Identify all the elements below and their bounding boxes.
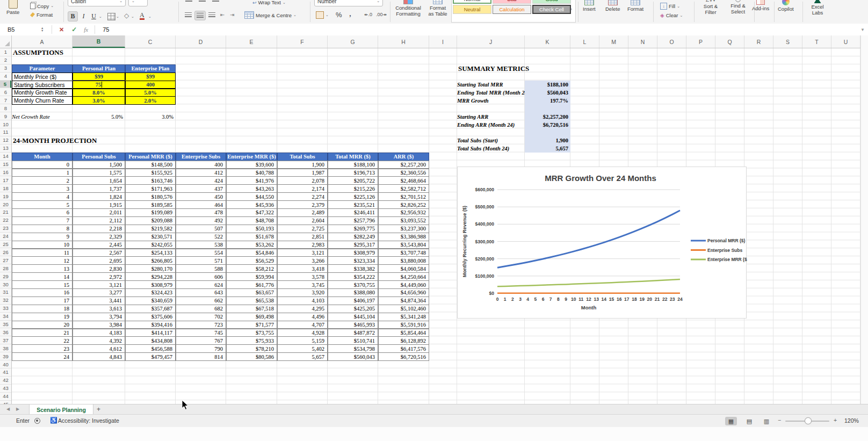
cell-E27[interactable]: $56,529	[226, 256, 277, 265]
cell-C29[interactable]: $294,228	[125, 272, 176, 281]
cell-A30[interactable]: 15	[12, 280, 73, 289]
sheet-grid[interactable]: ParameterPersonal PlanEnterprise PlanMon…	[12, 48, 860, 404]
summary-value-5[interactable]: $188,100	[525, 81, 570, 89]
cell-G24[interactable]: $282,249	[328, 233, 378, 241]
row-header-12[interactable]: 12	[0, 136, 11, 144]
style-neutral[interactable]: Neutral	[453, 5, 491, 14]
cell-D20[interactable]: 464	[176, 200, 226, 209]
increase-indent-icon[interactable]: ⇥	[230, 12, 234, 18]
cell-A18[interactable]: 3	[12, 184, 73, 193]
cell-H17[interactable]: $2,468,664	[378, 176, 429, 185]
column-header-C[interactable]: C	[125, 35, 176, 48]
cell-D24[interactable]: 522	[176, 233, 226, 241]
projection-header-5[interactable]: Total Subs	[277, 153, 328, 161]
row-header-4[interactable]: 4	[0, 73, 11, 81]
cell-B29[interactable]: 2,972	[73, 272, 125, 281]
cell-A29[interactable]: 14	[12, 272, 73, 281]
cell-B24[interactable]: 2,329	[73, 233, 125, 241]
mrr-chart[interactable]: $0$100,000$200,000$300,000$400,000$500,0…	[457, 167, 747, 319]
projection-header-7[interactable]: ARR ($)	[378, 153, 429, 161]
row-header-28[interactable]: 28	[0, 264, 11, 272]
column-header-A[interactable]: A	[12, 35, 73, 48]
paste-button[interactable]: Paste	[6, 0, 19, 15]
cell-B31[interactable]: 3,277	[73, 288, 125, 297]
summary-value-12[interactable]: 1,900	[525, 136, 570, 145]
cell-C23[interactable]: $219,582	[125, 225, 176, 233]
cell-B20[interactable]: 1,915	[73, 200, 125, 209]
cell-F27[interactable]: 3,266	[277, 256, 328, 265]
align-right-icon[interactable]	[208, 12, 215, 17]
cell-F37[interactable]: 5,159	[277, 336, 328, 345]
cell-C15[interactable]: $148,500	[125, 161, 176, 169]
cell-F28[interactable]: 3,418	[277, 264, 328, 273]
cell-A15[interactable]: 0	[12, 161, 73, 169]
row-header-9[interactable]: 9	[0, 112, 11, 120]
summary-label-6[interactable]: Ending Total MRR (Month 24)	[457, 89, 525, 97]
cell-C38[interactable]: $456,588	[125, 344, 176, 353]
column-header-E[interactable]: E	[226, 35, 277, 48]
projection-header-1[interactable]: Personal Subs	[73, 153, 125, 161]
cell-H28[interactable]: $4,060,584	[378, 264, 429, 273]
row-header-34[interactable]: 34	[0, 313, 11, 321]
cell-F24[interactable]: 2,851	[277, 233, 328, 241]
cell-C36[interactable]: $414,117	[125, 329, 176, 337]
cell-B34[interactable]: 3,794	[73, 313, 125, 321]
cell-G23[interactable]: $269,775	[328, 225, 378, 233]
cell-G35[interactable]: $465,993	[328, 321, 378, 329]
cell-B25[interactable]: 2,445	[73, 241, 125, 249]
cell-B33[interactable]: 3,613	[73, 305, 125, 313]
cell-B32[interactable]: 3,441	[73, 297, 125, 305]
style-calculation[interactable]: Calculation	[493, 5, 531, 14]
summary-label-13[interactable]: Total Subs (Month 24)	[457, 144, 525, 153]
column-header-F[interactable]: F	[277, 35, 328, 48]
cell-E19[interactable]: $44,550	[226, 192, 277, 201]
cell-C28[interactable]: $280,170	[125, 264, 176, 273]
cell-H18[interactable]: $2,582,712	[378, 184, 429, 193]
page-layout-view-icon[interactable]: ▤	[743, 417, 755, 425]
column-header-O[interactable]: O	[657, 35, 686, 48]
cell-A21[interactable]: 6	[12, 208, 73, 217]
row-header-14[interactable]: 14	[0, 153, 11, 161]
cell-C16[interactable]: $155,925	[125, 169, 176, 177]
cell-A34[interactable]: 19	[12, 313, 73, 321]
cell-B35[interactable]: 3,984	[73, 321, 125, 329]
row-header-31[interactable]: 31	[0, 288, 11, 297]
chevron-down-icon[interactable]: ⌄	[99, 15, 102, 19]
cell-C9[interactable]: 3.0%	[125, 112, 176, 121]
row-header-44[interactable]: 44	[0, 393, 11, 401]
vertical-align-icons[interactable]	[185, 0, 234, 2]
cell-C26[interactable]: $254,133	[125, 249, 176, 257]
page-break-view-icon[interactable]: ▥	[761, 417, 772, 425]
cell-C5[interactable]: 400	[125, 81, 176, 89]
projection-header-0[interactable]: Month	[12, 153, 73, 161]
column-header-G[interactable]: G	[328, 35, 378, 48]
cell-H25[interactable]: $3,543,804	[378, 241, 429, 249]
cell-A33[interactable]: 18	[12, 305, 73, 313]
projection-header-4[interactable]: Enterprise MRR ($)	[226, 153, 277, 161]
cell-G39[interactable]: $560,043	[328, 352, 378, 361]
row-header-11[interactable]: 11	[0, 128, 11, 136]
row-header-10[interactable]: 10	[0, 120, 11, 128]
cell-H27[interactable]: $3,880,008	[378, 256, 429, 265]
row-header-23[interactable]: 23	[0, 225, 11, 233]
cell-D19[interactable]: 450	[176, 192, 226, 201]
cell-D25[interactable]: 538	[176, 241, 226, 249]
cell-F19[interactable]: 2,274	[277, 192, 328, 201]
cell-F34[interactable]: 4,496	[277, 313, 328, 321]
column-header-M[interactable]: M	[599, 35, 628, 48]
cell-H36[interactable]: $5,854,464	[378, 329, 429, 337]
cell-G15[interactable]: $188,100	[328, 161, 378, 169]
column-header-T[interactable]: T	[802, 35, 831, 48]
cell-E24[interactable]: $51,678	[226, 233, 277, 241]
cell-C24[interactable]: $230,571	[125, 233, 176, 241]
accounting-format-button[interactable]: ⌄	[316, 11, 329, 19]
cell-B22[interactable]: 2,112	[73, 216, 125, 225]
cell-G34[interactable]: $445,104	[328, 313, 378, 321]
row-header-43[interactable]: 43	[0, 385, 11, 393]
cell-D35[interactable]: 723	[176, 321, 226, 329]
cell-F22[interactable]: 2,604	[277, 216, 328, 225]
cell-A31[interactable]: 16	[12, 288, 73, 297]
italic-button[interactable]: I	[78, 11, 89, 21]
style-normal[interactable]: Normal	[453, 0, 491, 4]
cell-F26[interactable]: 3,121	[277, 249, 328, 257]
